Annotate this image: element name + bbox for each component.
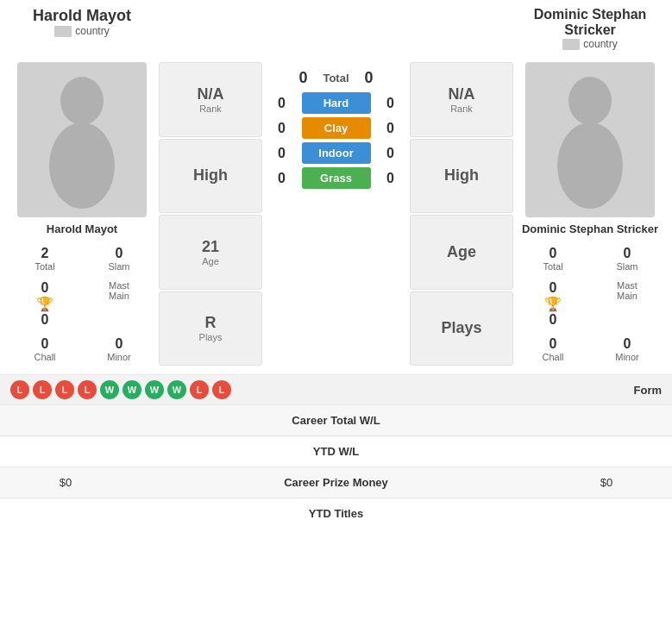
hard-row: 0 Hard 0: [266, 92, 406, 114]
player2-silhouette-icon: [547, 71, 633, 209]
clay-button[interactable]: Clay: [302, 117, 371, 139]
svg-point-1: [49, 122, 115, 209]
player1-flag-icon: [54, 26, 72, 37]
player2-stat-total: 0 Total: [517, 242, 589, 275]
grass-button[interactable]: Grass: [302, 167, 371, 189]
form-badge-3: L: [78, 380, 97, 399]
player1-stat-slam: 0 Slam: [83, 242, 155, 275]
form-badge-6: W: [145, 380, 164, 399]
player1-name: Harold Mayot: [33, 7, 131, 25]
player1-title-area: Harold Mayot country: [9, 7, 155, 37]
player2-stats-grid: 0 Total 0 Slam 0 🏆 0 Mast Main 0: [517, 242, 663, 366]
form-badge-7: W: [167, 380, 186, 399]
player2-stat-mast: 0 🏆 0: [517, 277, 589, 331]
bottom-stats-row-0: Career Total W/L: [0, 404, 672, 435]
player2-avatar: [525, 62, 655, 217]
top-comparison: Harold Mayot 2 Total 0 Slam 0 🏆 0 Mast: [0, 53, 672, 374]
bottom-stats-row-3: YTD Titles: [0, 498, 672, 529]
player2-high-box: High: [410, 139, 513, 214]
center-surfaces: 0 Total 0 0 Hard 0 0 Clay 0 0 Indoor 0: [266, 62, 406, 366]
clay-row: 0 Clay 0: [266, 117, 406, 139]
svg-point-3: [557, 122, 623, 209]
bottom-stats-row-1: YTD W/L: [0, 435, 672, 467]
player2-trophy-icon: 🏆: [544, 296, 562, 312]
bottom-stats-row-2: $0Career Prize Money$0: [0, 467, 672, 498]
indoor-button[interactable]: Indoor: [302, 142, 371, 164]
player1-rank-box: N/A Rank: [159, 62, 262, 137]
main-container: Harold Mayot country Dominic Stephan Str…: [0, 0, 672, 529]
stats-row-left-2: $0: [14, 476, 117, 489]
grass-row: 0 Grass 0: [266, 167, 406, 189]
player1-country: country: [54, 25, 109, 37]
player2-age-box: Age: [410, 215, 513, 290]
player1-stat-mast-label: Mast Main: [83, 277, 155, 331]
form-label: Form: [634, 384, 663, 397]
indoor-row: 0 Indoor 0: [266, 142, 406, 164]
form-section: LLLLWWWWLL Form: [0, 374, 672, 404]
player1-stat-mast: 0 🏆 0: [9, 277, 81, 331]
bottom-stats-container: Career Total W/LYTD W/L$0Career Prize Mo…: [0, 404, 672, 529]
form-badge-9: L: [212, 380, 231, 399]
form-badge-1: L: [33, 380, 52, 399]
stats-row-label-1: YTD W/L: [117, 445, 555, 458]
form-badge-2: L: [55, 380, 74, 399]
form-badges-container: LLLLWWWWLL: [10, 380, 231, 399]
stats-row-label-2: Career Prize Money: [117, 476, 555, 489]
player2-stat-mast-label: Mast Main: [591, 277, 663, 331]
form-badge-5: W: [122, 380, 141, 399]
svg-point-2: [568, 77, 612, 125]
player1-silhouette-icon: [39, 71, 125, 209]
player2-right-stats: N/A Rank High Age Plays: [410, 62, 513, 366]
player2-flag-icon: [562, 39, 580, 50]
player1-stat-total: 2 Total: [9, 242, 81, 275]
player2-country-label: country: [583, 38, 617, 50]
player1-stats-grid: 2 Total 0 Slam 0 🏆 0 Mast Main 0: [9, 242, 155, 366]
player1-card-name: Harold Mayot: [47, 222, 117, 235]
player1-country-label: country: [75, 25, 109, 37]
player2-stat-chall: 0 Chall: [517, 333, 589, 366]
player2-stat-minor: 0 Minor: [591, 333, 663, 366]
player1-high-box: High: [159, 139, 262, 214]
player1-stat-chall: 0 Chall: [9, 333, 81, 366]
form-badge-8: L: [190, 380, 209, 399]
player2-rank-box: N/A Rank: [410, 62, 513, 137]
svg-point-0: [60, 77, 104, 125]
player1-middle-stats: N/A Rank High 21 Age R Plays: [159, 62, 262, 366]
total-row: 0 Total 0: [266, 69, 406, 87]
form-badge-0: L: [10, 380, 29, 399]
player1-age-box: 21 Age: [159, 215, 262, 290]
player2-stat-slam: 0 Slam: [591, 242, 663, 275]
player1-avatar: [17, 62, 147, 217]
stats-row-label-3: YTD Titles: [117, 507, 555, 520]
player1-card: Harold Mayot 2 Total 0 Slam 0 🏆 0 Mast: [9, 62, 155, 366]
player2-country: country: [562, 38, 617, 50]
form-badge-4: W: [100, 380, 119, 399]
player1-trophy-icon: 🏆: [36, 296, 53, 312]
stats-row-right-2: $0: [555, 476, 658, 489]
stats-row-label-0: Career Total W/L: [117, 414, 555, 427]
player1-stat-minor: 0 Minor: [83, 333, 155, 366]
player1-plays-box: R Plays: [159, 291, 262, 366]
player2-card: Dominic Stephan Stricker 0 Total 0 Slam …: [517, 62, 663, 366]
player2-name: Dominic Stephan Stricker: [517, 7, 663, 38]
player2-title-area: Dominic Stephan Stricker country: [517, 7, 663, 50]
player2-plays-box: Plays: [410, 291, 513, 366]
hard-button[interactable]: Hard: [302, 92, 371, 114]
player-titles-row: Harold Mayot country Dominic Stephan Str…: [0, 0, 672, 50]
player2-card-name: Dominic Stephan Stricker: [522, 222, 658, 235]
